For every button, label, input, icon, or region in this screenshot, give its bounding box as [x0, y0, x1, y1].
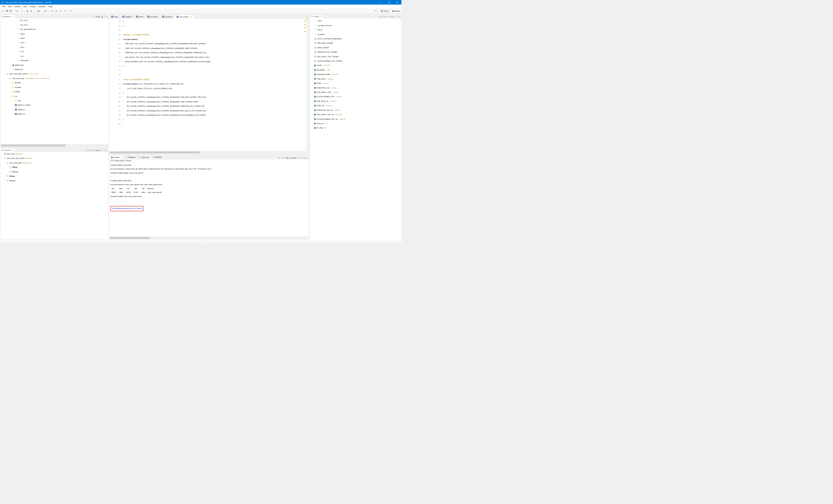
explorer-item[interactable]: ›📁Binaries	[0, 81, 108, 85]
console-hscroll[interactable]	[109, 236, 309, 239]
console-tool-5[interactable]: ▥	[291, 157, 293, 159]
tool-3[interactable]: ▪	[33, 9, 37, 13]
menu-file[interactable]: File	[1, 5, 7, 8]
explorer-item[interactable]: 📄qspi.d	[0, 31, 108, 36]
expand-icon[interactable]: ⌄	[4, 73, 6, 75]
explorer-tool1[interactable]: ◧	[98, 16, 100, 18]
menu-project[interactable]: Project	[28, 5, 37, 8]
outline-item[interactable]: ⤷stdio.h	[310, 27, 401, 32]
assistant-tool2[interactable]: ⊞	[88, 149, 90, 152]
expand-icon[interactable]: ›	[10, 86, 12, 88]
console-tool-2[interactable]: ⬇	[284, 157, 286, 159]
outline-tool5[interactable]: ●	[388, 16, 390, 18]
explorer-link-icon[interactable]: ⇆	[95, 16, 98, 18]
code-line[interactable]: }	[122, 64, 304, 68]
code-line[interactable]: void read_param(){	[122, 37, 304, 41]
expand-icon[interactable]: ⌄	[10, 95, 12, 97]
explorer-tree[interactable]: 📄ps7_init.d⬚ps7_init.o📄ps7_parameters.xm…	[0, 18, 108, 144]
outline-close-icon[interactable]: ✕	[320, 15, 322, 17]
console-tool-1[interactable]: ⬆	[281, 157, 284, 159]
outline-item[interactable]: ⤷my_algor_control.h	[310, 23, 401, 27]
code-line[interactable]: MY_ALGOR_CONTROL_mWriteReg(LOGIC_CONTROL…	[122, 113, 304, 117]
outline-item[interactable]: ●RecvBuffer : u8[]	[310, 68, 401, 72]
tab-close-icon[interactable]: ✕	[191, 16, 192, 18]
console-tool-7[interactable]: ✕	[296, 157, 299, 159]
explorer-collapse-icon[interactable]: ⊟	[93, 16, 95, 18]
assistant-tool5[interactable]: ▶	[95, 149, 98, 152]
outline-item[interactable]: ●ITERAITVE_CAL : uint32_t	[310, 85, 401, 90]
editor-body[interactable]: ⚠⚠ 6263646566676869707172737475767778798…	[109, 19, 309, 151]
explorer-item[interactable]: ⌄📁src	[0, 94, 108, 98]
explorer-tool2[interactable]: ◨	[101, 16, 103, 18]
code-line[interactable]	[122, 68, 304, 73]
code-line[interactable]: //向algor_control模块中写入参数值	[122, 77, 304, 81]
assistant-tab[interactable]: 🛠 Assistant ✕	[0, 148, 15, 152]
save-all-button[interactable]: 🗐	[9, 9, 13, 13]
back-button[interactable]: ⇐▾	[58, 9, 62, 13]
explorer-item[interactable]: ›Cplatform.c	[0, 107, 108, 111]
code-line[interactable]	[122, 28, 304, 32]
forward-button[interactable]: ⇒▾	[63, 9, 67, 13]
outline-item[interactable]: ⤷xil_printf.h	[310, 32, 401, 36]
code-line[interactable]: uint32_t ADC_DELAY_CNT,uint32_t ALGOR_EN…	[122, 86, 304, 91]
code-line[interactable]	[122, 73, 304, 77]
perspective-design[interactable]: ◧ Design	[380, 9, 390, 13]
tool-6[interactable]: ✎	[70, 9, 73, 13]
console-tool-8[interactable]: 📋	[299, 157, 301, 159]
warning-marker-icon[interactable]: ⚠	[109, 81, 112, 85]
new-button[interactable]: 📄▾	[1, 9, 5, 13]
code-line[interactable]: MY_ALGOR_CONTROL_mWriteReg(LOGIC_CONTROL…	[122, 108, 304, 113]
tab-close-icon[interactable]: ✕	[121, 156, 122, 158]
wand-button[interactable]: ✨▾	[19, 9, 23, 13]
code-line[interactable]: ITERAITVE_CAL = MY_ALGOR_CONTROL_mReadRe…	[122, 50, 304, 55]
outline-item[interactable]: ●ALGOR_ENABLE_CNT : uint32_t	[310, 95, 401, 99]
menu-vitis[interactable]: Vitis	[22, 5, 28, 8]
expand-icon[interactable]: ⌄	[4, 162, 6, 164]
run-button[interactable]: ▶▾	[43, 9, 47, 13]
outline-tool1[interactable]: ⊟	[378, 16, 380, 18]
tool-2[interactable]: ◉	[29, 9, 33, 13]
explorer-item[interactable]: ⬚ps7_init.o	[0, 23, 108, 27]
console-tool-11[interactable]: ▢	[306, 157, 308, 159]
editor-tab-xil_printf-h[interactable]: hxil_printf.h	[145, 15, 160, 19]
console-body[interactable]: 'Invoking: ARM v7 gcc linker'arm-none-ea…	[109, 162, 309, 236]
outline-item[interactable]: ●UartPs : XUartPs	[310, 63, 401, 68]
outline-item[interactable]: ●array_cnt : u8	[310, 121, 401, 126]
outline-item[interactable]: ●InterruptController : XScuGic	[310, 72, 401, 77]
console-tool-6[interactable]: ▦	[294, 157, 296, 159]
tool-5[interactable]: ◐	[55, 9, 58, 13]
outline-item[interactable]: #THR_DATA_OFFSET	[310, 41, 401, 45]
explorer-item[interactable]: 📄rsa.d	[0, 41, 108, 45]
console-tab-vitis-log[interactable]: 📋Vitis Log	[137, 155, 150, 159]
outline-item[interactable]: ●rec_flag : u8	[310, 126, 401, 130]
outline-min[interactable]: ▭	[399, 16, 401, 18]
editor-hscroll[interactable]	[109, 151, 309, 154]
expand-icon[interactable]: ›	[13, 100, 15, 102]
explorer-item[interactable]: 📄ps7_init.d	[0, 18, 108, 23]
tool-1[interactable]: ▣	[26, 9, 29, 13]
explorer-menu[interactable]: ⋮	[103, 16, 105, 18]
warning-marker-icon[interactable]: ⚠	[109, 36, 112, 41]
menu-help[interactable]: Help	[47, 5, 54, 8]
outline-menu[interactable]: ⋮	[396, 16, 398, 18]
outline-item[interactable]: ●THR_DATA : uint32_t	[310, 77, 401, 81]
search-button[interactable]: 🔍	[374, 9, 377, 13]
assistant-item[interactable]: 🔧Debug	[0, 174, 108, 178]
code-line[interactable]: //读取algor_control模块中的参数值	[122, 33, 304, 37]
outline-item[interactable]: #LOGIC_CONTROL_BASEADDR	[310, 36, 401, 41]
explorer-item[interactable]: ⌄◈rsop_comp_app[ standalone on ps7_corte…	[0, 76, 108, 80]
console-tool-10[interactable]: ▭	[304, 157, 306, 159]
assistant-item[interactable]: 🔧Release	[0, 178, 108, 183]
outline-item[interactable]: #ITERAITVE_CAL_OFFSET	[310, 50, 401, 54]
assistant-item[interactable]: ⌄◈rsop_comp_app[Application]	[0, 160, 108, 165]
assistant-item[interactable]: 🔧Release	[0, 170, 108, 174]
expand-icon[interactable]: ›	[10, 82, 12, 84]
outline-item[interactable]: #ALGOR_ENABLE_CNT_OFFSET	[310, 59, 401, 63]
explorer-item[interactable]: ▣platform.spr	[0, 63, 108, 67]
expand-icon[interactable]: ⌄	[7, 77, 9, 79]
tab-overflow-icon[interactable]: »₁	[305, 17, 309, 19]
explorer-item[interactable]: ›📁Debug	[0, 90, 108, 94]
console-tab-console[interactable]: ▣Console✕	[109, 155, 124, 159]
code-line[interactable]: {	[122, 91, 304, 95]
explorer-item[interactable]: ⬚sd.o	[0, 54, 108, 58]
